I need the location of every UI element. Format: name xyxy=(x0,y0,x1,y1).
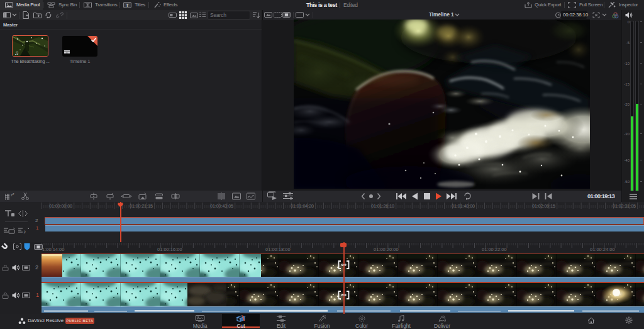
svg-text:T: T xyxy=(126,3,129,8)
svg-text:01:02:09:15: 01:02:09:15 xyxy=(532,204,555,208)
svg-text:01:01:48:00: 01:01:48:00 xyxy=(452,204,475,208)
svg-text:01:00:21:15: 01:00:21:15 xyxy=(130,204,153,208)
svg-text:01:01:04:20: 01:01:04:20 xyxy=(291,204,314,208)
svg-text:01:00:22:00: 01:00:22:00 xyxy=(482,247,507,252)
svg-text:01:00:16:00: 01:00:16:00 xyxy=(157,247,182,252)
svg-text:01:00:00:00: 01:00:00:00 xyxy=(49,204,72,208)
svg-text:01:00:43:05: 01:00:43:05 xyxy=(210,204,233,208)
svg-text:♪: ♪ xyxy=(23,228,26,235)
svg-text:01:00:24:00: 01:00:24:00 xyxy=(590,247,615,252)
svg-text:1:00:14:00: 1:00:14:00 xyxy=(42,247,64,252)
svg-text:01:00:18:00: 01:00:18:00 xyxy=(265,247,291,252)
svg-text:z: z xyxy=(13,192,14,196)
svg-text:01:00:20:00: 01:00:20:00 xyxy=(374,247,399,252)
svg-text:♫: ♫ xyxy=(14,50,19,56)
svg-text:01:01:26:10: 01:01:26:10 xyxy=(371,204,394,208)
svg-text:01:02:31:05: 01:02:31:05 xyxy=(613,204,636,208)
